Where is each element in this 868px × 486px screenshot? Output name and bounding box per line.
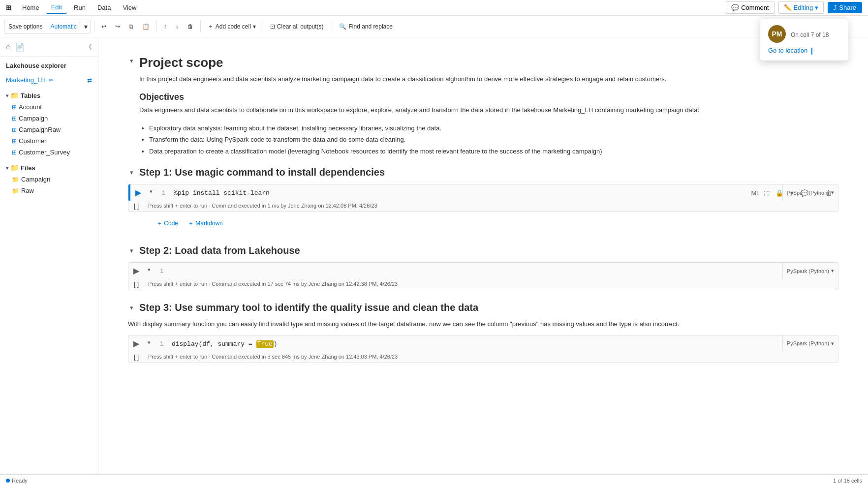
campaign-file-label: Campaign [21,176,50,183]
comment-label: Comment [741,4,769,11]
sidebar-collapse-button[interactable]: 《 [85,43,92,52]
avatar-info: On cell 7 of 18 [791,30,829,38]
menu-data[interactable]: Data [93,2,116,13]
sidebar-item-campaign-file[interactable]: 📁 Campaign [0,174,98,185]
step2-collapse[interactable]: ▾ [128,245,135,256]
files-header[interactable]: ▾ 📁 Files [0,162,98,174]
menu-run[interactable]: Run [69,2,91,13]
tables-header[interactable]: ▾ 📁 Tables [0,90,98,101]
comment-button[interactable]: 💬 Comment [726,1,774,14]
cell-collapse-btn[interactable]: ▾ [146,184,156,201]
copy-icon: ⧉ [129,23,133,30]
step2-collapse-btn[interactable]: ▾ [144,263,154,279]
sidebar-item-raw[interactable]: 📁 Raw [0,185,98,196]
divider-1 [94,21,94,32]
clear-outputs-button[interactable]: ⊡ Clear all output(s) [266,21,328,32]
cell-code[interactable]: %pip install scikit-learn [174,189,270,197]
star-button[interactable]: ✦ [787,188,797,198]
save-options-label: Save options [4,21,46,32]
campaignraw-label: CampaignRaw [19,126,61,133]
sidebar-item-campaignraw[interactable]: ⊞ CampaignRaw [0,124,98,135]
copy-button[interactable]: ⧉ [125,21,137,32]
step3-lang-selector[interactable]: PySpark (Python) ▾ [782,335,838,352]
sidebar-icons: ⌂ 📄 [6,42,25,52]
add-code-label: Add code cell [216,23,251,30]
step3-collapse-btn[interactable]: ▾ [144,335,154,352]
step3-cell-inner: ▶ ▾ 1 display(df, summary = True) PySpar… [128,335,838,352]
divider-3 [200,21,201,32]
step2-cell-content[interactable]: 1 [154,263,782,279]
more-button[interactable]: ··· [812,188,822,198]
sidebar-title: Lakehouse explorer [0,57,98,74]
arrow-down-icon: ↓ [176,23,179,30]
delete-cell-icon[interactable]: 🗑 [824,188,834,198]
save-mode-dropdown[interactable]: ▾ [81,20,91,33]
files-section: ▾ 📁 Files 📁 Campaign 📁 Raw [0,160,98,198]
cell-run-button[interactable]: ▶ [130,184,146,201]
lakehouse-name-text[interactable]: Marketing_LH [6,76,46,84]
menu-view[interactable]: View [118,2,141,13]
sidebar-item-customer[interactable]: ⊞ Customer [0,135,98,147]
add-code-btn[interactable]: ＋ Code [154,218,181,229]
menu-edit[interactable]: Edit [46,1,67,14]
cell-inner: ▶ ▾ 1 %pip install scikit-learn PySpark … [128,184,838,201]
go-to-location-button[interactable]: Go to location [768,47,840,55]
cell-brackets: [ ] [128,203,144,210]
find-replace-button[interactable]: 🔍 Find and replace [334,21,398,32]
objective-1: Exploratory data analysis: learning abou… [149,122,699,134]
step2-lang-selector[interactable]: PySpark (Python) ▾ [782,263,838,279]
add-code-cell-button[interactable]: ＋ Add code cell ▾ [204,20,260,33]
sidebar-item-campaign[interactable]: ⊞ Campaign [0,113,98,124]
step3-run-button[interactable]: ▶ [128,335,144,352]
step2-cell-brackets: [ ] [128,281,144,288]
step3-title: Step 3: Use summary tool to identify the… [139,302,478,313]
file-icon[interactable]: 📄 [15,42,25,52]
step3-cell-content[interactable]: 1 display(df, summary = True) [154,335,782,352]
save-mode-value: Automatic [46,21,80,32]
step2-cell-1: ▶ ▾ 1 PySpark (Python) ▾ [ ] Pres [128,262,838,290]
lakehouse-edit-icon[interactable]: ✏ [49,77,54,84]
move-up-button[interactable]: ↑ [160,21,171,32]
step2-run-button[interactable]: ▶ [128,263,144,279]
campaign-label: Campaign [19,115,48,122]
clear-outputs-label: Clear all output(s) [277,23,324,30]
share-label: Share [839,4,856,11]
ready-label: Ready [12,478,28,484]
app-logo: ⊞ [6,4,11,11]
delete-cell-button[interactable]: 🗑 [184,21,197,32]
step2-cell-status: Press shift + enter to run · Command exe… [144,279,403,290]
editing-label: Editing [794,4,813,11]
add-markdown-btn[interactable]: ＋ Markdown [185,218,226,229]
comment-cell-button[interactable]: 💬 [799,188,810,198]
insert-button[interactable]: ⬚ [762,188,772,198]
tables-section: ▾ 📁 Tables ⊞ Account ⊞ Campaign ⊞ Campai… [0,88,98,160]
redo-button[interactable]: ↪ [111,21,124,32]
sidebar-item-account[interactable]: ⊞ Account [0,101,98,113]
lock-button[interactable]: 🔒 [774,188,785,198]
project-scope-section: Project scope In this project data engin… [139,55,699,157]
sidebar-item-customer-survey[interactable]: ⊞ Customer_Survey [0,147,98,158]
paste-button[interactable]: 📋 [138,21,154,32]
step1-cell-toolbar: Ml ⬚ 🔒 ✦ 💬 ··· 🗑 [749,188,834,198]
table-icon-campaign: ⊞ [12,115,17,122]
move-down-button[interactable]: ↓ [172,21,183,32]
menu-home[interactable]: Home [17,2,44,13]
objective-3: Data preparation to create a classificat… [149,146,699,157]
delete-icon: 🗑 [187,23,193,30]
cell-content[interactable]: 1 %pip install scikit-learn [156,184,782,201]
avatar-popup: PM On cell 7 of 18 Go to location [760,19,848,61]
refresh-icon[interactable]: ⇄ [87,77,92,84]
project-scope-collapse[interactable]: ▾ [128,55,135,66]
objective-2: Transform the data: Using PySpark code t… [149,134,699,145]
step1-collapse[interactable]: ▾ [128,167,135,178]
raw-label: Raw [21,187,34,194]
project-scope-header: ▾ Project scope In this project data eng… [128,55,838,157]
home-icon[interactable]: ⌂ [6,42,11,52]
editing-button[interactable]: ✏️ Editing ▾ [778,1,824,14]
line-number: 1 [162,190,172,197]
step3-cell-code[interactable]: display(df, summary = True) [172,340,278,348]
share-button[interactable]: ⤴ Share [828,2,862,13]
step3-collapse[interactable]: ▾ [128,302,135,313]
undo-button[interactable]: ↩ [97,21,110,32]
ml-button[interactable]: Ml [749,188,760,198]
